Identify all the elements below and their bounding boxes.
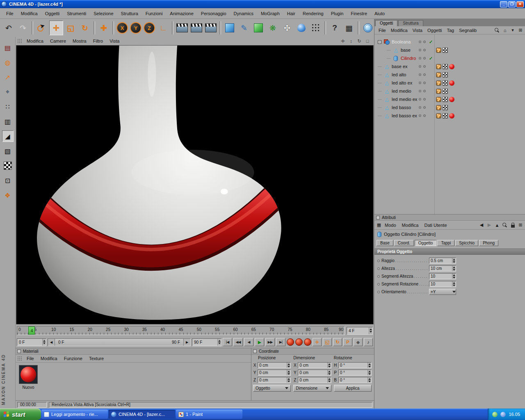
add-deformer-button[interactable]: ✣: [280, 21, 294, 35]
size-x-field[interactable]: 0 cm: [298, 362, 331, 368]
zoom-view-icon[interactable]: ↕: [348, 38, 354, 44]
om-menu-segnalib[interactable]: Segnalib: [457, 27, 479, 33]
visibility-dots[interactable]: [419, 82, 426, 84]
render-settings-button[interactable]: [204, 21, 218, 35]
object-row-led-medio-ex[interactable]: △ led medio ex: [374, 95, 525, 103]
record-parameter-toggle[interactable]: P: [343, 338, 352, 346]
spinner-arrows-icon[interactable]: [327, 370, 331, 375]
taskbar-item-paint[interactable]: 1 - Paint: [176, 410, 242, 419]
rotation-p-field[interactable]: 0 °: [338, 370, 372, 376]
visibility-dots[interactable]: [419, 49, 426, 51]
menu-struttura[interactable]: Struttura: [117, 10, 142, 17]
lock-x-button[interactable]: X: [116, 22, 128, 34]
texture-tag-icon[interactable]: [443, 97, 448, 102]
polygon-mode-button[interactable]: ◢: [2, 130, 14, 142]
spinner-arrows-icon[interactable]: [368, 377, 371, 383]
menu-plugin[interactable]: Plugin: [327, 10, 347, 17]
workplane-button[interactable]: ⊡: [2, 175, 14, 186]
start-button[interactable]: start: [0, 409, 41, 420]
spinner-arrows-icon[interactable]: [42, 339, 46, 346]
search-icon[interactable]: [494, 27, 500, 33]
object-label-selected[interactable]: Cilindro: [401, 56, 416, 61]
autokey-button[interactable]: [295, 338, 303, 346]
material-tag-icon[interactable]: [449, 97, 454, 102]
raggio-field[interactable]: 0.5 cm: [429, 258, 456, 264]
go-to-start-button[interactable]: |◀: [223, 338, 232, 346]
size-mode-dropdown[interactable]: Dimensione: [293, 385, 331, 392]
add-panel-icon[interactable]: ⊞: [518, 27, 523, 33]
maximize-view-icon[interactable]: □: [364, 38, 371, 44]
object-label[interactable]: led basso: [392, 105, 411, 110]
animation-palette-button[interactable]: ❖: [2, 189, 14, 201]
add-spline-button[interactable]: ✎: [237, 21, 251, 35]
menu-funzioni[interactable]: Funzioni: [142, 10, 167, 17]
nav-up-icon[interactable]: ▲: [494, 222, 500, 228]
menu-modifica[interactable]: Modifica: [17, 10, 41, 17]
object-label[interactable]: led medio: [392, 89, 411, 94]
texture-tag-icon[interactable]: [443, 48, 448, 53]
vp-menu-mostra[interactable]: Mostra: [69, 38, 90, 44]
key-dot-icon[interactable]: [377, 283, 380, 285]
rotation-b-field[interactable]: 0 °: [338, 377, 372, 383]
panel-handle-icon[interactable]: [376, 216, 380, 219]
menu-oggetti[interactable]: Oggetti: [41, 10, 63, 17]
vp-menu-filtro[interactable]: Filtro: [90, 38, 106, 44]
attr-menu-dati-utente[interactable]: Dati Utente: [422, 222, 450, 228]
menu-mograph[interactable]: MoGraph: [257, 10, 283, 17]
spinner-arrows-icon[interactable]: [327, 363, 331, 368]
visibility-dots[interactable]: [419, 90, 426, 92]
point-mode-button[interactable]: ∷: [2, 101, 14, 112]
visibility-dots[interactable]: [419, 73, 426, 76]
uv-mode-button[interactable]: ▧: [2, 145, 14, 157]
object-row-led-basso[interactable]: △ led basso: [374, 103, 525, 112]
add-panel-icon[interactable]: ⊞: [518, 222, 523, 228]
visibility-dots[interactable]: [419, 98, 426, 100]
edge-mode-button[interactable]: ▥: [2, 116, 14, 127]
visibility-dots[interactable]: [419, 57, 426, 59]
texture-tag-icon[interactable]: [443, 80, 448, 86]
context-help-button[interactable]: ?: [328, 21, 342, 35]
materials-list[interactable]: Nuovo: [16, 363, 251, 400]
key-dot-icon[interactable]: [377, 267, 380, 270]
move-tool-button[interactable]: ✛: [49, 21, 63, 35]
menu-aiuto[interactable]: Aiuto: [371, 10, 388, 17]
altezza-field[interactable]: 10 cm: [429, 265, 456, 272]
frame-ruler[interactable]: 0 5 10 15 20 25 30 35 40 45 50 55 60 65 …: [17, 326, 345, 335]
add-particles-button[interactable]: [309, 21, 323, 35]
add-generator-button[interactable]: [251, 21, 265, 35]
tab-coord[interactable]: Coord.: [394, 240, 414, 246]
browser-button[interactable]: [361, 21, 374, 35]
spinner-arrows-icon[interactable]: [327, 377, 331, 383]
playhead-marker[interactable]: 4: [28, 326, 35, 335]
tab-phong[interactable]: Phong: [479, 240, 498, 246]
record-position-toggle[interactable]: ✛: [313, 338, 322, 346]
mat-menu-modifica[interactable]: Modifica: [37, 356, 61, 361]
object-row-base-ex[interactable]: △ base ex: [374, 62, 525, 71]
object-label[interactable]: led medio ex: [392, 97, 417, 102]
texture-tag-icon[interactable]: [443, 113, 448, 119]
record-options-button[interactable]: [304, 338, 311, 346]
tab-base[interactable]: Base: [377, 240, 393, 246]
orientamento-dropdown[interactable]: +Y: [429, 289, 456, 295]
expander-icon[interactable]: −: [378, 40, 381, 44]
spinner-arrows-icon[interactable]: [368, 363, 371, 368]
panel-grip[interactable]: [17, 356, 22, 361]
play-button[interactable]: ▶: [255, 338, 264, 346]
previous-key-button[interactable]: ◀◀: [233, 338, 243, 346]
tab-spicchio[interactable]: Spicchio: [455, 240, 478, 246]
texture-mode-button[interactable]: [2, 160, 14, 171]
enabled-check-icon[interactable]: ✓: [429, 56, 433, 61]
menu-file[interactable]: File: [2, 10, 17, 17]
live-selection-button[interactable]: ➤: [35, 21, 49, 35]
om-menu-oggetti[interactable]: Oggetti: [425, 27, 444, 33]
vp-menu-modifica[interactable]: Modifica: [23, 38, 47, 44]
nav-forward-icon[interactable]: ▶: [486, 222, 492, 228]
spinner-arrows-icon[interactable]: [287, 363, 290, 368]
object-label[interactable]: led alto: [392, 72, 406, 77]
taskbar-item-browser[interactable]: Leggi argomento - rie...: [41, 410, 108, 419]
attr-menu-modo[interactable]: Modo: [382, 222, 399, 228]
last-used-tool-button[interactable]: ✚: [97, 21, 111, 35]
object-label[interactable]: led basso ex: [392, 113, 417, 118]
convert-editable-button[interactable]: ▤: [2, 42, 14, 53]
rotation-h-field[interactable]: 0 °: [338, 362, 372, 368]
